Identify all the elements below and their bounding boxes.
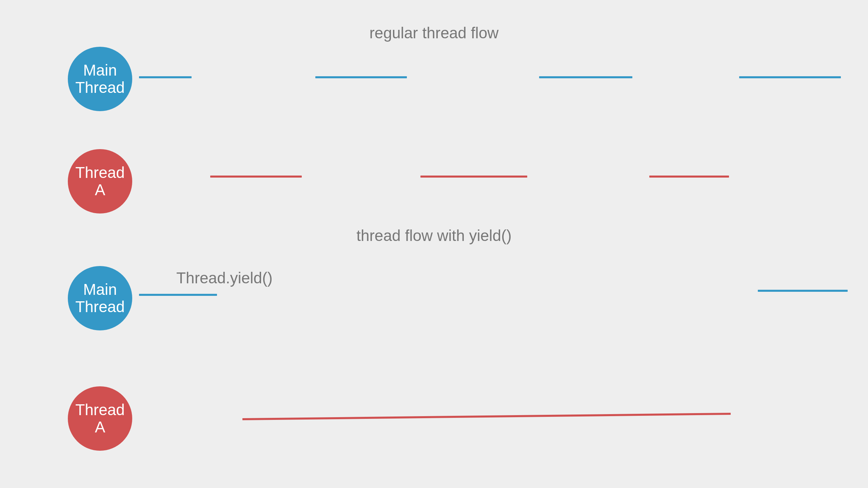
- segment-main2-0: [139, 294, 217, 296]
- segment-threadA1-1: [420, 176, 527, 178]
- title-yield: thread flow with yield(): [0, 226, 868, 245]
- segment-main1-3: [739, 76, 841, 78]
- annotation-thread-yield: Thread.yield(): [176, 269, 273, 287]
- segment-main1-2: [539, 76, 632, 78]
- title-regular: regular thread flow: [0, 24, 868, 42]
- node-label-line2: Thread: [75, 79, 125, 96]
- segment-threadA1-2: [649, 176, 729, 178]
- node-label-line1: Thread: [75, 401, 125, 419]
- svg-line-0: [242, 414, 731, 419]
- segment-main1-1: [315, 76, 407, 78]
- node-label-line2: Thread: [75, 298, 125, 316]
- node-label-line1: Main: [83, 62, 117, 79]
- segment-threadA2-0: [242, 412, 731, 422]
- segment-main1-0: [139, 76, 192, 78]
- node-thread-a-2: Thread A: [68, 386, 132, 451]
- segment-threadA1-0: [210, 176, 302, 178]
- node-label-line1: Main: [83, 281, 117, 298]
- node-label-line2: A: [95, 181, 105, 199]
- node-label-line1: Thread: [75, 164, 125, 181]
- node-label-line2: A: [95, 419, 105, 436]
- node-thread-a-1: Thread A: [68, 149, 132, 214]
- node-main-thread-2: Main Thread: [68, 266, 132, 330]
- node-main-thread-1: Main Thread: [68, 47, 132, 111]
- segment-main2-1: [758, 290, 848, 292]
